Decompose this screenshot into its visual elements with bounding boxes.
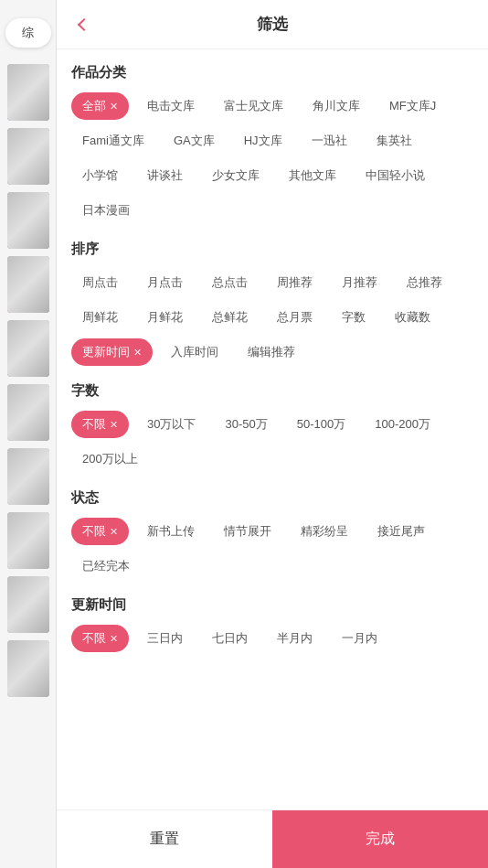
close-icon: ✕ (110, 419, 118, 431)
tag-time-halfmonth[interactable]: 半月内 (266, 625, 324, 652)
tag-wc-unlimited[interactable]: 不限 ✕ (71, 411, 129, 438)
tag-all[interactable]: 全部 ✕ (71, 92, 129, 120)
cover-9 (7, 576, 49, 633)
back-icon (78, 17, 90, 30)
tags-category: 全部 ✕ 电击文库 富士见文库 角川文库 MF文库J Fami通文库 GA文库 … (71, 92, 473, 224)
tag-status-exciting[interactable]: 精彩纷呈 (290, 518, 359, 545)
tag-wc-50-100[interactable]: 50-100万 (286, 411, 356, 438)
tags-sort: 周点击 月点击 总点击 周推荐 月推荐 总推荐 周鲜花 月鲜花 总鲜花 总月票 … (71, 269, 473, 366)
tag-manga[interactable]: 日本漫画 (71, 197, 141, 224)
tag-weekly-click[interactable]: 周点击 (71, 269, 129, 296)
confirm-button[interactable]: 完成 (272, 810, 488, 868)
tag-monthly-click[interactable]: 月点击 (136, 269, 194, 296)
back-button[interactable] (69, 10, 99, 39)
tag-chinese[interactable]: 中国轻小说 (355, 162, 436, 189)
tag-status-unlimited[interactable]: 不限 ✕ (71, 518, 129, 545)
tag-wc-30-50[interactable]: 30-50万 (214, 411, 278, 438)
tag-favorites[interactable]: 收藏数 (384, 304, 441, 331)
cover-10 (7, 640, 49, 697)
close-icon: ✕ (133, 347, 142, 359)
section-title-status: 状态 (71, 489, 473, 507)
cover-6 (7, 384, 49, 441)
tag-editor-recommend[interactable]: 编辑推荐 (237, 338, 306, 366)
tag-status-plot[interactable]: 情节展开 (213, 518, 282, 545)
tag-wordcount-sort[interactable]: 字数 (331, 304, 377, 331)
cover-4 (7, 256, 49, 313)
tag-wc-over200[interactable]: 200万以上 (71, 445, 149, 473)
tag-status-newbook[interactable]: 新书上传 (136, 518, 206, 545)
section-title-wordcount: 字数 (71, 382, 473, 400)
section-wordcount: 字数 不限 ✕ 30万以下 30-50万 50-100万 100-200万 20… (71, 382, 473, 473)
close-icon: ✕ (110, 526, 118, 538)
tag-update-time-sort[interactable]: 更新时间 ✕ (71, 338, 153, 366)
tag-time-unlimited[interactable]: 不限 ✕ (71, 625, 129, 652)
tags-update-time: 不限 ✕ 三日内 七日内 半月内 一月内 (71, 625, 473, 652)
tag-wc-100-200[interactable]: 100-200万 (364, 411, 441, 438)
tag-shogakukan[interactable]: 小学馆 (71, 162, 129, 189)
cover-1 (7, 64, 49, 121)
sidebar-tab-all[interactable]: 综 (5, 18, 51, 48)
header: 筛选 (57, 0, 488, 49)
tag-ichijin[interactable]: 一迅社 (301, 127, 358, 155)
cover-5 (7, 320, 49, 377)
tag-total-flower[interactable]: 总鲜花 (201, 304, 259, 331)
filter-panel: 筛选 作品分类 全部 ✕ 电击文库 富士见文库 角川文库 MF文库J Fami通… (57, 0, 488, 868)
cover-8 (7, 512, 49, 569)
cover-7 (7, 448, 49, 505)
tag-kodansha[interactable]: 讲谈社 (136, 162, 194, 189)
page-title: 筛选 (257, 14, 288, 35)
tag-shoujo[interactable]: 少女文库 (201, 162, 271, 189)
tag-mf[interactable]: MF文库J (378, 92, 447, 120)
tag-total-click[interactable]: 总点击 (201, 269, 259, 296)
tag-weekly-flower[interactable]: 周鲜花 (71, 304, 129, 331)
tag-time-1month[interactable]: 一月内 (331, 625, 388, 652)
tag-time-3days[interactable]: 三日内 (136, 625, 194, 652)
section-title-category: 作品分类 (71, 64, 473, 81)
cover-3 (7, 192, 49, 249)
tag-fami[interactable]: Fami通文库 (71, 127, 155, 155)
reset-button[interactable]: 重置 (57, 810, 272, 868)
tag-dianji[interactable]: 电击文库 (136, 92, 206, 120)
tag-fujimi[interactable]: 富士见文库 (213, 92, 294, 120)
tag-hj[interactable]: HJ文库 (233, 127, 293, 155)
tag-monthly-ticket[interactable]: 总月票 (266, 304, 324, 331)
tag-monthly-flower[interactable]: 月鲜花 (136, 304, 194, 331)
tag-monthly-recommend[interactable]: 月推荐 (331, 269, 388, 296)
section-title-update-time: 更新时间 (71, 596, 473, 614)
section-sort: 排序 周点击 月点击 总点击 周推荐 月推荐 总推荐 周鲜花 月鲜花 总鲜花 总… (71, 241, 473, 366)
tag-kadokawa[interactable]: 角川文库 (302, 92, 371, 120)
section-title-sort: 排序 (71, 241, 473, 258)
sidebar-covers (7, 64, 49, 697)
tag-wc-under30[interactable]: 30万以下 (136, 411, 207, 438)
tag-total-recommend[interactable]: 总推荐 (396, 269, 453, 296)
tag-add-time[interactable]: 入库时间 (160, 338, 229, 366)
tag-status-complete[interactable]: 已经完本 (71, 552, 141, 580)
close-icon: ✕ (110, 633, 118, 645)
tags-status: 不限 ✕ 新书上传 情节展开 精彩纷呈 接近尾声 已经完本 (71, 518, 473, 580)
tag-ga[interactable]: GA文库 (163, 127, 226, 155)
filter-content: 作品分类 全部 ✕ 电击文库 富士见文库 角川文库 MF文库J Fami通文库 … (57, 49, 488, 809)
tag-weekly-recommend[interactable]: 周推荐 (266, 269, 324, 296)
footer: 重置 完成 (57, 809, 488, 868)
sidebar: 综 (0, 0, 57, 868)
tags-wordcount: 不限 ✕ 30万以下 30-50万 50-100万 100-200万 200万以… (71, 411, 473, 473)
tag-status-ending[interactable]: 接近尾声 (366, 518, 436, 545)
cover-2 (7, 128, 49, 185)
tag-shueisha[interactable]: 集英社 (366, 127, 423, 155)
section-status: 状态 不限 ✕ 新书上传 情节展开 精彩纷呈 接近尾声 已经完本 (71, 489, 473, 580)
close-icon: ✕ (110, 101, 118, 113)
tag-other[interactable]: 其他文库 (278, 162, 347, 189)
section-category: 作品分类 全部 ✕ 电击文库 富士见文库 角川文库 MF文库J Fami通文库 … (71, 64, 473, 224)
tag-time-7days[interactable]: 七日内 (201, 625, 259, 652)
section-update-time: 更新时间 不限 ✕ 三日内 七日内 半月内 一月内 (71, 596, 473, 652)
